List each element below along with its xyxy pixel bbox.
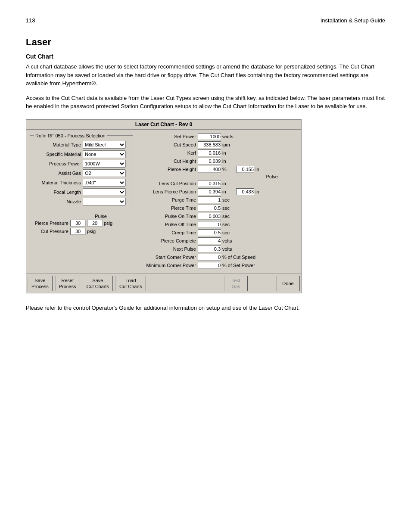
purge-time-input[interactable] bbox=[198, 196, 221, 203]
set-power-row: Set Power watts bbox=[137, 133, 298, 140]
pierce-complete-input[interactable] bbox=[198, 237, 221, 244]
kerf-input[interactable] bbox=[198, 149, 221, 156]
pierce-pressure-row: Pierce Pressure psig bbox=[30, 220, 133, 227]
cut-height-row: Cut Height in bbox=[137, 158, 298, 165]
pierce-time-input[interactable] bbox=[198, 205, 221, 212]
next-pulse-unit: volts bbox=[222, 246, 234, 252]
pierce-complete-label: Pierce Complete bbox=[137, 238, 196, 243]
cut-speed-unit: ipm bbox=[222, 142, 234, 147]
process-power-select[interactable]: 1000W bbox=[83, 160, 126, 168]
pierce-height-extra-input[interactable] bbox=[236, 166, 254, 173]
purge-time-row: Purge Time sec bbox=[137, 196, 298, 203]
specific-material-row: Specific Material None bbox=[34, 150, 129, 158]
pierce-pressure-label: Pierce Pressure bbox=[30, 221, 68, 226]
lens-pierce-position-input[interactable] bbox=[198, 188, 221, 195]
cut-pressure-row: Cut Pressure psig bbox=[30, 228, 133, 235]
right-panel: Set Power watts Cut Speed ipm Kerf in Cu… bbox=[137, 133, 298, 270]
minimum-corner-power-label: Minimum Corner Power bbox=[137, 263, 196, 268]
nozzle-select[interactable] bbox=[83, 198, 126, 205]
pulse-label: Pulse bbox=[30, 214, 133, 219]
pierce-pressure-input1[interactable] bbox=[70, 220, 86, 227]
start-corner-power-row: Start Corner Power % of Cut Speed bbox=[137, 254, 298, 261]
start-corner-power-unit: % of Cut Speed bbox=[222, 255, 257, 260]
test-gas-button[interactable]: TestGas bbox=[224, 276, 248, 292]
pierce-height-row: Pierce Height % in bbox=[137, 166, 298, 173]
minimum-corner-power-row: Minimum Corner Power % of Set Power bbox=[137, 262, 298, 269]
assist-gas-label: Assist Gas bbox=[34, 171, 81, 176]
process-power-row: Process Power 1000W bbox=[34, 160, 129, 168]
material-type-row: Material Type Mild Steel bbox=[34, 141, 129, 149]
purge-time-unit: sec bbox=[222, 197, 234, 202]
pierce-height-extra-unit: in bbox=[255, 167, 259, 172]
pressure-section: Pulse Pierce Pressure psig Cut Pressure … bbox=[30, 214, 133, 235]
cut-pressure-input[interactable] bbox=[70, 228, 86, 235]
pulse-on-time-input[interactable] bbox=[198, 213, 221, 220]
specific-material-select[interactable]: None bbox=[83, 150, 126, 158]
subsection-heading: Cut Chart bbox=[26, 53, 385, 60]
assist-gas-select[interactable]: O2 bbox=[83, 169, 126, 177]
focal-length-label: Focal Length bbox=[34, 190, 81, 195]
lens-pierce-position-row: Lens Pierce Position in in bbox=[137, 188, 298, 195]
minimum-corner-power-unit: % of Set Power bbox=[222, 263, 257, 268]
process-group: Rofin RF 050 - Process Selection Materia… bbox=[30, 133, 133, 210]
pierce-height-unit: % bbox=[222, 167, 234, 172]
material-thickness-select[interactable]: .040" bbox=[83, 179, 126, 187]
cut-height-input[interactable] bbox=[198, 158, 221, 165]
pierce-complete-row: Pierce Complete volts bbox=[137, 237, 298, 244]
pierce-time-label: Pierce Time bbox=[137, 205, 196, 211]
save-cut-charts-button[interactable]: SaveCut Charts bbox=[83, 276, 113, 292]
cut-speed-input[interactable] bbox=[198, 141, 221, 148]
pulse-off-time-unit: sec bbox=[222, 222, 234, 227]
pulse-off-time-input[interactable] bbox=[198, 221, 221, 228]
cut-height-unit: in bbox=[222, 159, 234, 164]
cut-pressure-label: Cut Pressure bbox=[30, 229, 68, 234]
pierce-complete-unit: volts bbox=[222, 238, 234, 243]
start-corner-power-input[interactable] bbox=[198, 254, 221, 261]
next-pulse-input[interactable] bbox=[198, 246, 221, 252]
creep-time-input[interactable] bbox=[198, 229, 221, 236]
creep-time-label: Creep Time bbox=[137, 230, 196, 235]
cut-chart-dialog: Laser Cut Chart - Rev 0 Rofin RF 050 - P… bbox=[26, 119, 302, 294]
next-pulse-row: Next Pulse volts bbox=[137, 246, 298, 252]
kerf-unit: in bbox=[222, 150, 234, 156]
cut-pressure-unit: psig bbox=[87, 229, 96, 234]
lens-cut-position-row: Lens Cut Position in bbox=[137, 180, 298, 187]
lens-cut-position-label: Lens Cut Position bbox=[137, 181, 196, 186]
cut-speed-row: Cut Speed ipm bbox=[137, 141, 298, 148]
pierce-height-input[interactable] bbox=[198, 166, 221, 173]
section-heading: Laser bbox=[26, 37, 385, 48]
next-pulse-label: Next Pulse bbox=[137, 246, 196, 252]
dialog-footer: SaveProcess ResetProcess SaveCut Charts … bbox=[26, 274, 301, 293]
lens-pierce-position-extra-input[interactable] bbox=[236, 188, 254, 195]
pierce-time-unit: sec bbox=[222, 205, 234, 211]
focal-length-select[interactable] bbox=[83, 188, 126, 196]
lens-cut-position-unit: in bbox=[222, 181, 234, 186]
nozzle-label: Nozzle bbox=[34, 199, 81, 204]
pulse-header-label: Pulse bbox=[266, 174, 278, 179]
guide-title: Installation & Setup Guide bbox=[321, 17, 385, 24]
creep-time-row: Creep Time sec bbox=[137, 229, 298, 236]
lens-cut-position-input[interactable] bbox=[198, 180, 221, 187]
creep-time-unit: sec bbox=[222, 230, 234, 235]
load-cut-charts-button[interactable]: LoadCut Charts bbox=[115, 276, 146, 292]
save-process-button[interactable]: SaveProcess bbox=[28, 276, 53, 292]
focal-length-row: Focal Length bbox=[34, 188, 129, 196]
pierce-pressure-input2[interactable] bbox=[87, 220, 103, 227]
material-thickness-row: Material Thickness .040" bbox=[34, 179, 129, 187]
set-power-unit: watts bbox=[222, 134, 234, 139]
page-header: 118 Installation & Setup Guide bbox=[26, 17, 385, 24]
assist-gas-row: Assist Gas O2 bbox=[34, 169, 129, 177]
reset-process-button[interactable]: ResetProcess bbox=[55, 276, 80, 292]
set-power-input[interactable] bbox=[198, 133, 221, 140]
pulse-header: Pulse bbox=[137, 174, 298, 179]
para2: Access to the Cut Chart data is availabl… bbox=[26, 94, 385, 111]
pulse-on-time-label: Pulse On Time bbox=[137, 214, 196, 219]
set-power-label: Set Power bbox=[137, 134, 196, 139]
minimum-corner-power-input[interactable] bbox=[198, 262, 221, 269]
pierce-pressure-unit: psig bbox=[104, 221, 112, 226]
material-thickness-label: Material Thickness bbox=[34, 180, 81, 185]
para3: Please refer to the control Operator's G… bbox=[26, 304, 385, 312]
material-type-select[interactable]: Mild Steel bbox=[83, 141, 126, 149]
done-button[interactable]: Done bbox=[276, 276, 300, 292]
pierce-height-label: Pierce Height bbox=[137, 167, 196, 172]
